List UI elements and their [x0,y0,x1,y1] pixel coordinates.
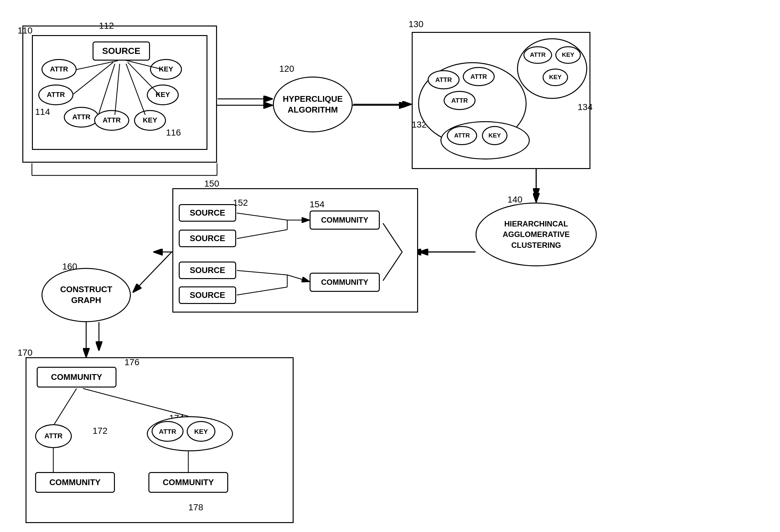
ref-140: 140 [507,195,523,205]
community-box-170-top: COMMUNITY [37,367,116,387]
hyperclique-oval: HYPERCLIQUE ALGORITHM [273,76,353,132]
attr-c2-1: ATTR [523,46,552,64]
source-box-110: SOURCE [93,42,150,61]
ref-120: 120 [279,64,294,74]
attr-c1-2: ATTR [463,67,495,86]
attr-c1-3: ATTR [444,91,476,110]
construct-graph-oval: CONSTRUCT GRAPH [42,268,131,322]
ref-170: 170 [17,348,33,358]
community-box-150-2: COMMUNITY [309,273,380,292]
key-c3-1: KEY [482,126,507,145]
ref-116: 116 [166,127,181,138]
svg-line-37 [133,252,172,292]
key-oval-1: KEY [150,59,182,80]
source-row-4: SOURCE [179,286,236,304]
community-box-170-br: COMMUNITY [148,472,228,493]
ref-112: 112 [99,21,114,31]
key-c2-2: KEY [543,68,568,86]
attr-oval-170-1: ATTR [35,424,72,448]
key-oval-2: KEY [147,85,179,105]
ref-134: 134 [578,102,593,112]
attr-oval-1: ATTR [42,59,77,80]
key-oval-3: KEY [134,110,166,131]
community-box-170-bl: COMMUNITY [35,472,115,493]
attr-oval-4: ATTR [94,110,129,131]
key-oval-170-1: KEY [187,421,215,442]
ref-176: 176 [125,357,140,367]
ref-154: 154 [309,199,325,210]
source-row-1: SOURCE [179,204,236,222]
source-row-2: SOURCE [179,230,236,247]
attr-oval-2: ATTR [38,85,74,105]
key-c2-1: KEY [555,46,581,64]
source-row-3: SOURCE [179,262,236,279]
ref-172: 172 [93,426,107,436]
ref-114: 114 [35,107,50,117]
diagram-container: 110 112 SOURCE ATTR ATTR ATTR ATTR 114 K… [0,0,780,532]
attr-c1-1: ATTR [428,70,459,89]
ref-110: 110 [17,25,33,36]
attr-c3-1: ATTR [447,126,477,145]
community-box-150-1: COMMUNITY [309,211,380,230]
ref-150: 150 [204,178,219,189]
hierarchical-oval: HIERARCHINCAL AGGLOMERATIVE CLUSTERING [476,203,597,266]
attr-oval-3: ATTR [64,107,99,127]
ref-178: 178 [188,502,203,513]
ref-130: 130 [408,19,424,29]
attr-oval-170-2: ATTR [152,421,184,442]
